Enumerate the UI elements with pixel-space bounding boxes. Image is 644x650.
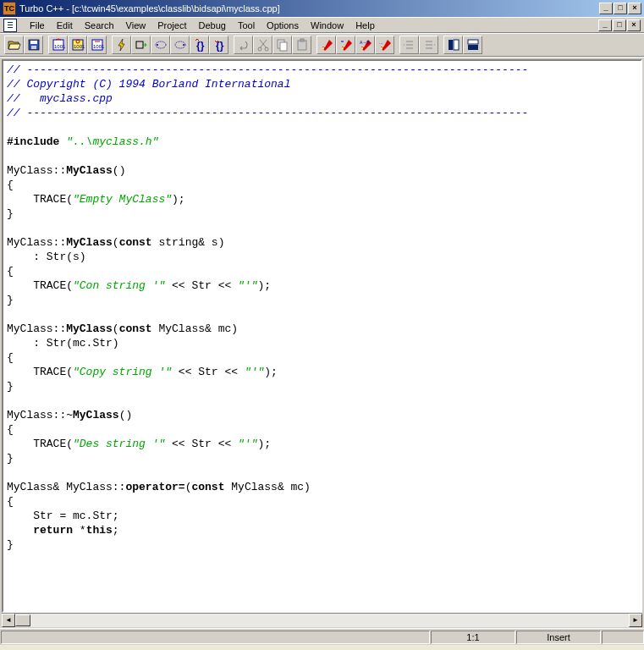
code-line: { — [7, 178, 637, 192]
scroll-track[interactable] — [30, 614, 629, 627]
menu-window[interactable]: Window — [305, 19, 350, 32]
find-button[interactable] — [316, 36, 336, 54]
svg-point-27 — [380, 47, 382, 49]
maximize-button[interactable]: □ — [614, 3, 627, 14]
svg-rect-32 — [468, 45, 478, 50]
find-more-button[interactable]: ... — [375, 36, 394, 54]
status-position: 1:1 — [431, 631, 515, 644]
svg-text:{}: {} — [196, 40, 205, 52]
paste-button[interactable] — [292, 36, 311, 54]
svg-rect-30 — [454, 40, 459, 50]
code-line: TRACE("Con string '" << Str << "'"); — [7, 278, 637, 293]
code-line: TRACE("Des string '" << Str << "'"); — [7, 437, 637, 451]
mdi-maximize-button[interactable]: □ — [613, 19, 626, 31]
mdi-minimize-button[interactable]: _ — [598, 19, 612, 31]
horizontal-scrollbar[interactable]: ◄ ► — [2, 613, 642, 626]
code-line: } — [7, 207, 637, 221]
svg-rect-20 — [280, 42, 287, 51]
code-line: MyClass::MyClass(const MyClass& mc) — [7, 322, 637, 336]
menu-project[interactable]: Project — [151, 19, 192, 32]
save-file-button[interactable] — [24, 36, 43, 54]
code-line: TRACE("Copy string '" << Str << "'"); — [7, 365, 637, 379]
code-line: } — [7, 537, 637, 552]
code-line — [7, 307, 637, 322]
code-line: #include "..\myclass.h" — [7, 135, 637, 149]
menu-file[interactable]: File — [24, 19, 51, 32]
code-line: MyClass::MyClass(const string& s) — [7, 235, 637, 250]
trace-over-button[interactable] — [170, 36, 190, 54]
run-button[interactable] — [112, 36, 131, 54]
code-line: MyClass& MyClass::operator=(const MyClas… — [7, 480, 637, 494]
open-file-button[interactable] — [4, 36, 24, 54]
indent-button[interactable] — [419, 36, 438, 54]
code-line: : Str(s) — [7, 250, 637, 264]
menu-view[interactable]: View — [120, 19, 152, 32]
code-line: // myclass.cpp — [7, 91, 637, 106]
menu-debug[interactable]: Debug — [192, 19, 231, 32]
close-button[interactable]: × — [628, 3, 641, 14]
code-line: MyClass::MyClass() — [7, 163, 637, 178]
scroll-right-button[interactable]: ► — [629, 614, 642, 627]
menu-search[interactable]: Search — [79, 19, 120, 32]
code-line: } — [7, 451, 637, 465]
code-editor[interactable]: // -------------------------------------… — [2, 59, 642, 613]
replace-button[interactable]: A→B — [355, 36, 375, 54]
binary1-button[interactable]: 1001 — [48, 36, 68, 54]
cut-button[interactable] — [253, 36, 272, 54]
app-icon: TC — [3, 2, 16, 15]
menu-bar: File Edit Search View Project Debug Tool… — [0, 17, 644, 33]
brace-open-button[interactable]: {} — [190, 36, 209, 54]
svg-text:...: ... — [379, 40, 383, 45]
svg-text:1001: 1001 — [74, 44, 85, 49]
find-next-button[interactable] — [336, 36, 355, 54]
editor-container: // -------------------------------------… — [0, 57, 644, 628]
code-line: } — [7, 379, 637, 394]
svg-point-24 — [341, 47, 343, 49]
window-title: Turbo C++ - [c:\tcwin45\examples\classli… — [19, 3, 280, 14]
code-line: MyClass::~MyClass() — [7, 408, 637, 422]
menu-edit[interactable]: Edit — [51, 19, 79, 32]
svg-point-23 — [322, 47, 323, 49]
code-line — [7, 394, 637, 408]
menu-help[interactable]: Help — [350, 19, 381, 32]
code-line — [7, 221, 637, 235]
mdi-controls: _ □ × — [597, 19, 641, 31]
scroll-thumb[interactable] — [15, 614, 30, 626]
status-message — [1, 631, 430, 644]
code-line: // -------------------------------------… — [7, 106, 637, 120]
code-line: { — [7, 264, 637, 278]
window-controls: _ □ × — [598, 3, 641, 14]
document-icon[interactable] — [3, 19, 17, 32]
binary3-button[interactable]: 1001 — [87, 36, 107, 54]
svg-rect-10 — [136, 41, 143, 48]
message-view-button[interactable] — [463, 36, 482, 54]
binary2-button[interactable]: 1001 — [68, 36, 87, 54]
project-view-button[interactable] — [443, 36, 463, 54]
code-line: { — [7, 350, 637, 365]
code-line: // Copyright (C) 1994 Borland Internatio… — [7, 77, 637, 91]
svg-rect-2 — [31, 46, 36, 49]
menu-tool[interactable]: Tool — [232, 19, 261, 32]
code-line — [7, 149, 637, 163]
status-mode: Insert — [516, 631, 601, 644]
code-line: Str = mc.Str; — [7, 509, 637, 523]
brace-close-button[interactable]: {} — [209, 36, 228, 54]
minimize-button[interactable]: _ — [599, 3, 613, 14]
undo-button[interactable] — [234, 36, 253, 54]
svg-text:A→B: A→B — [360, 40, 370, 45]
copy-button[interactable] — [272, 36, 292, 54]
svg-text:1001: 1001 — [93, 44, 104, 49]
code-line: { — [7, 494, 637, 509]
trace-into-button[interactable] — [151, 36, 170, 54]
outdent-button[interactable] — [399, 36, 419, 54]
mdi-close-button[interactable]: × — [627, 19, 641, 31]
svg-point-14 — [183, 44, 184, 46]
code-line: } — [7, 293, 637, 307]
svg-rect-21 — [298, 41, 306, 50]
code-line: return *this; — [7, 523, 637, 537]
step-button[interactable] — [131, 36, 151, 54]
toolbar: 1001 1001 1001 {} {} A→B ... — [0, 33, 644, 57]
code-line — [7, 120, 637, 135]
scroll-left-button[interactable]: ◄ — [2, 614, 15, 627]
menu-options[interactable]: Options — [261, 19, 305, 32]
